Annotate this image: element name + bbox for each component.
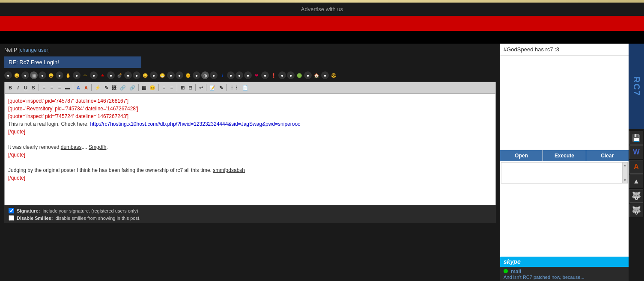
adobe-icon[interactable]: A xyxy=(629,160,643,174)
indent-button[interactable]: ⊞ xyxy=(179,83,186,92)
script-panel-body[interactable] xyxy=(500,56,629,150)
change-user-link[interactable]: [change user] xyxy=(18,47,50,53)
emoji-smile-3[interactable]: 😊 xyxy=(141,71,149,79)
emoji-grid[interactable]: ▦ xyxy=(30,71,38,79)
content-line-4: This is not a real login. Check here: ht… xyxy=(8,121,301,127)
emoji-heart[interactable]: ❤ xyxy=(253,71,260,79)
emoji-dot-2[interactable]: ● xyxy=(21,71,29,79)
toolbar-sep-3 xyxy=(91,84,92,91)
emoji-smile-1[interactable]: 😊 xyxy=(13,71,21,79)
emoji-dot-18[interactable]: ● xyxy=(261,71,269,79)
execute-button[interactable]: Execute xyxy=(543,150,586,161)
underline-button[interactable]: U xyxy=(22,83,29,92)
emoji-cool[interactable]: 😎 xyxy=(330,71,337,79)
align-left-button[interactable]: ≡ xyxy=(41,83,48,92)
emoji-dot-17[interactable]: ● xyxy=(244,71,252,79)
outdent-button[interactable]: ⊟ xyxy=(187,83,194,92)
editor-body[interactable]: [quote='inspect' pid='745787' dateline='… xyxy=(5,94,495,205)
undo-button[interactable]: ↩ xyxy=(197,83,204,92)
save-icon[interactable]: 💾 xyxy=(629,131,643,145)
italic-button[interactable]: I xyxy=(15,83,21,92)
bold-button[interactable]: B xyxy=(7,83,14,92)
link2-button[interactable]: 🔗 xyxy=(128,83,137,92)
emoji-dot-7[interactable]: ● xyxy=(107,71,115,79)
image-button[interactable]: 🖼 xyxy=(110,83,118,92)
emoji-dot-13[interactable]: ● xyxy=(193,71,200,79)
emoji-exclaim[interactable]: ❗ xyxy=(270,71,277,79)
emoji-home[interactable]: 🏠 xyxy=(313,71,320,79)
script-output: ▲ ▼ xyxy=(501,162,628,183)
font-bg-button[interactable]: A xyxy=(83,83,89,92)
scroll-up-arrow[interactable]: ▲ xyxy=(623,163,628,168)
emoji-dot-12[interactable]: ● xyxy=(176,71,183,79)
emoji-bar: ● 😊 ● ▦ ● 😄 ● ✋ ● ✏ ● ★ ● 💣 ● ● 😊 ● 😁 ● … xyxy=(4,71,496,79)
script-scrollbar[interactable]: ▲ ▼ xyxy=(622,163,627,183)
clear-button[interactable]: Clear xyxy=(586,150,629,161)
emoji-dot-11[interactable]: ● xyxy=(167,71,175,79)
emoji-dot-9[interactable]: ● xyxy=(133,71,140,79)
emoji-dot-5[interactable]: ● xyxy=(73,71,80,79)
align-center-button[interactable]: ≡ xyxy=(48,83,55,92)
emoji-grin[interactable]: 😁 xyxy=(158,71,166,79)
table-button[interactable]: ▦ xyxy=(140,83,147,92)
script-panel-title: #GodSpeed has rc7 :3 xyxy=(500,44,629,56)
online-status-dot xyxy=(504,269,508,273)
emoji-dot-8[interactable]: ● xyxy=(124,71,132,79)
edit-button[interactable]: ✎ xyxy=(218,83,224,92)
emoji-info[interactable]: ℹ xyxy=(218,71,226,79)
link-button[interactable]: 🔗 xyxy=(119,83,127,92)
emoji-dot-22[interactable]: ● xyxy=(321,71,329,79)
signature-option[interactable]: Signature: include your signature. (regi… xyxy=(9,208,492,213)
flash-button[interactable]: ⚡ xyxy=(93,83,102,92)
signature-checkbox[interactable] xyxy=(9,208,14,213)
editor-container: B I U S ≡ ≡ ≡ ▬ A A ⚡ ✎ 🖼 🔗 🔗 ▦ � xyxy=(4,82,496,205)
emoji-green[interactable]: 🟢 xyxy=(295,71,303,79)
code-button[interactable]: 📝 xyxy=(208,83,217,92)
align-full-button[interactable]: ▬ xyxy=(64,83,71,92)
avatar-icon-1[interactable]: 🐺 xyxy=(629,189,643,203)
word-icon[interactable]: W xyxy=(629,145,643,159)
emoji-dot-21[interactable]: ● xyxy=(304,71,312,79)
emoji-dot-6[interactable]: ● xyxy=(90,71,98,79)
online-username[interactable]: mali xyxy=(511,269,521,275)
avatar-icon-2[interactable]: 🐺 xyxy=(629,204,643,217)
gdrive-icon[interactable]: ▲ xyxy=(629,175,643,188)
list-ul-button[interactable]: ≡ xyxy=(168,83,175,92)
emoji-button[interactable]: 😊 xyxy=(148,83,157,92)
emoji-hand[interactable]: ✋ xyxy=(64,71,72,79)
scroll-down-arrow[interactable]: ▼ xyxy=(623,177,628,183)
save-icon-symbol: 💾 xyxy=(632,134,641,142)
emoji-dot-16[interactable]: ● xyxy=(236,71,243,79)
user-info: NetIP [change user] xyxy=(4,47,496,53)
emoji-dot-15[interactable]: ● xyxy=(227,71,235,79)
strikethrough-button[interactable]: S xyxy=(30,83,37,92)
emoji-pencil[interactable]: ✏ xyxy=(81,71,89,79)
toolbar-sep-2 xyxy=(73,84,73,91)
emoji-dot-20[interactable]: ● xyxy=(287,71,295,79)
emoji-bomb[interactable]: 💣 xyxy=(116,71,123,79)
emoji-dot-4[interactable]: ● xyxy=(56,71,63,79)
draw-button[interactable]: ✎ xyxy=(103,83,110,92)
font-color-button[interactable]: A xyxy=(75,83,82,92)
align-right-button[interactable]: ≡ xyxy=(56,83,63,92)
doc-button[interactable]: 📄 xyxy=(241,83,250,92)
emoji-dot-14[interactable]: ● xyxy=(210,71,218,79)
emoji-dot-10[interactable]: ● xyxy=(150,71,158,79)
cols-button[interactable]: ⋮⋮ xyxy=(228,83,240,92)
online-user-item: mali And isn't RC7 patched now, because.… xyxy=(500,267,629,281)
list-ol-button[interactable]: ≡ xyxy=(161,83,167,92)
open-button[interactable]: Open xyxy=(500,150,543,161)
adobe-icon-symbol: A xyxy=(634,163,639,171)
emoji-dot-19[interactable]: ● xyxy=(278,71,286,79)
emoji-dot-3[interactable]: ● xyxy=(39,71,46,79)
emoji-star[interactable]: ★ xyxy=(98,71,106,79)
emoji-dot-1[interactable]: ● xyxy=(4,71,12,79)
online-user-header: mali xyxy=(504,269,625,275)
quote-line-2: [quote='Reversitory' pid='745734' dateli… xyxy=(8,106,138,112)
emoji-half[interactable]: ◑ xyxy=(201,71,209,79)
login-link[interactable]: http://rc7hosting.x10host.com//db.php/?h… xyxy=(90,121,300,127)
disable-smilies-checkbox[interactable] xyxy=(9,215,14,221)
emoji-smile-2[interactable]: 😄 xyxy=(47,71,55,79)
emoji-sun[interactable]: 🌞 xyxy=(184,71,192,79)
disable-smilies-option[interactable]: Disable Smilies: disable smilies from sh… xyxy=(9,215,492,221)
